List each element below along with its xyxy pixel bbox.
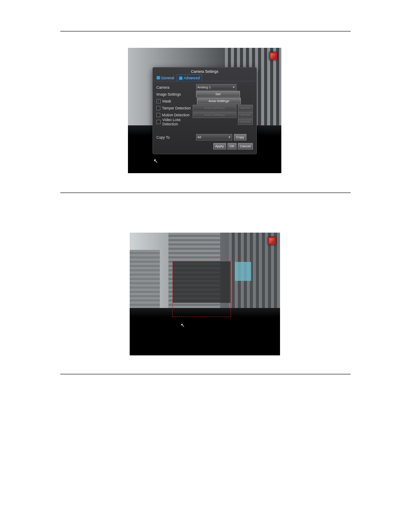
row-image-settings: Image Settings Set [156, 91, 253, 97]
apply-button[interactable]: Apply [213, 143, 226, 149]
videoloss-checkbox[interactable] [156, 120, 161, 124]
screenshot-camera-settings: ↖ Camera Settings General Advanced Camer… [128, 48, 281, 173]
dropdown-value: Analog 1 [197, 85, 211, 89]
mask-selection-area[interactable] [172, 261, 231, 317]
camera-settings-dialog: Camera Settings General Advanced Camera … [153, 67, 257, 154]
divider [60, 193, 351, 193]
label-motion: Motion Detection [162, 113, 193, 117]
tab-general[interactable]: General [155, 75, 176, 81]
row-mask: Mask Area Settings [156, 98, 253, 104]
tamper-area-button[interactable]: Area Settings [193, 105, 237, 111]
ok-button[interactable]: OK [227, 143, 237, 149]
motion-checkbox[interactable] [156, 113, 160, 117]
label-tamper: Tamper Detection [162, 106, 193, 110]
record-icon [268, 237, 276, 245]
divider [60, 374, 351, 374]
dropdown-value: All [197, 135, 201, 139]
chevron-down-icon: ▼ [228, 136, 231, 139]
cursor-icon: ↖ [153, 158, 158, 164]
label-copy-to: Copy To [156, 135, 196, 140]
screenshot-mask-area: ↖ [130, 233, 280, 355]
tab-icon [156, 76, 160, 80]
label-mask: Mask [162, 99, 197, 103]
dialog-title: Camera Settings [153, 68, 256, 75]
label-video-loss: Video Loss Detection [162, 118, 197, 126]
videoloss-handle-button[interactable]: Handle [238, 118, 253, 125]
record-icon [269, 52, 277, 60]
mask-area-button[interactable]: Area Settings [197, 98, 241, 104]
copy-dropdown[interactable]: All ▼ [196, 134, 232, 140]
row-video-loss: Video Loss Detection Handle [156, 118, 253, 125]
copy-button[interactable]: Copy [234, 134, 246, 140]
dialog-tabs: General Advanced [153, 75, 256, 81]
tamper-handle-button[interactable]: Handle [238, 105, 253, 111]
motion-area-button[interactable]: Area Settings [193, 112, 237, 118]
row-copy-to: Copy To All ▼ Copy [153, 127, 256, 141]
mask-checkbox[interactable] [156, 99, 161, 103]
label-camera: Camera [156, 85, 196, 90]
tab-label: General [161, 76, 174, 80]
motion-handle-button[interactable]: Handle [238, 112, 253, 118]
tab-label: Advanced [184, 76, 200, 80]
cancel-button[interactable]: Cancel [238, 143, 253, 149]
dialog-footer: Apply OK Cancel [153, 141, 256, 149]
dialog-body: Camera Analog 1 ▼ Image Settings Set Mas… [153, 81, 256, 127]
chevron-down-icon: ▼ [232, 86, 235, 89]
tamper-checkbox[interactable] [156, 106, 160, 110]
bg-building-a [130, 250, 160, 308]
label-image-settings: Image Settings [156, 92, 196, 96]
row-camera: Camera Analog 1 ▼ [156, 84, 253, 90]
bg-dark [130, 317, 280, 355]
bg-cyan-block [235, 262, 251, 281]
divider [60, 31, 351, 31]
set-button[interactable]: Set [196, 91, 240, 97]
tab-advanced[interactable]: Advanced [177, 75, 202, 81]
cursor-icon: ↖ [181, 322, 185, 328]
tab-icon [179, 76, 183, 80]
camera-dropdown[interactable]: Analog 1 ▼ [196, 84, 237, 90]
row-tamper: Tamper Detection Area Settings Handle [156, 105, 253, 111]
